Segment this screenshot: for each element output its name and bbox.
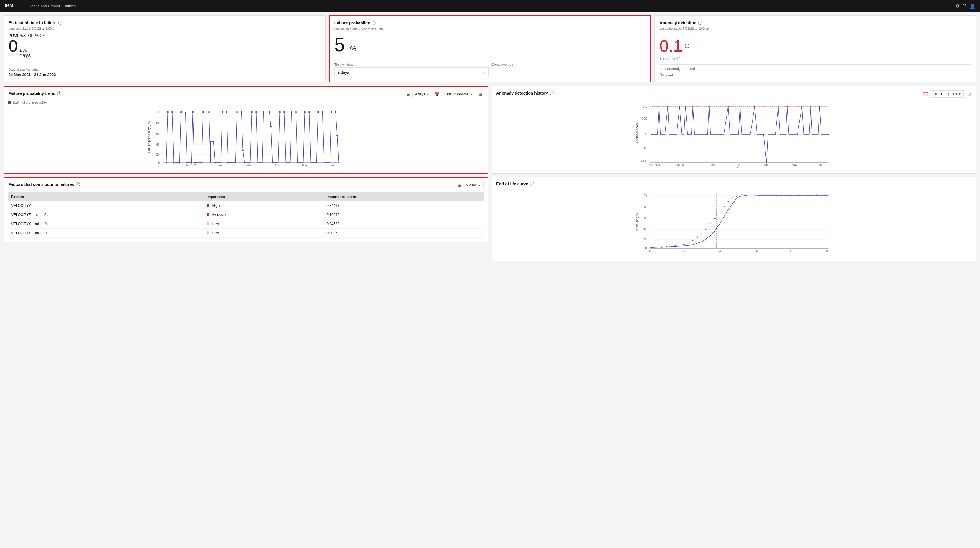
svg-point-39 [270,126,272,127]
svg-point-49 [335,111,336,113]
svg-point-17 [173,162,175,164]
svg-point-40 [279,111,280,113]
factors-table-row: VELOCITYY__min__9d Low 0.00272 [8,229,484,238]
factor-importance-cell: High [204,201,323,210]
ettf-dropdown[interactable]: PUMPS/STOPPED ▼ [8,33,321,38]
ettf-dropdown-chevron: ▼ [43,34,45,37]
svg-point-28 [214,162,216,164]
svg-text:0.1: 0.1 [643,105,647,108]
svg-text:0: 0 [645,246,647,250]
svg-text:Jun: Jun [329,164,334,167]
svg-point-125 [710,224,711,225]
svg-point-87 [760,134,761,135]
svg-text:0: 0 [644,133,646,136]
factor-importance-cell: Moderate [204,210,323,219]
fpt-expand-icon[interactable]: ⊞ [477,91,484,97]
fpt-info-icon[interactable]: i [57,91,61,95]
adh-expand-icon[interactable]: ⊞ [966,91,972,97]
ad-no-data: No data [659,72,972,76]
eol-info-icon[interactable]: i [530,182,534,186]
fpt-header: Failure probability trend i ⊞ 9 days ▼ 📅… [8,91,484,98]
svg-text:Jun: Jun [819,163,823,167]
ettf-info-icon[interactable]: i [58,21,62,25]
ettf-title: Estimated time to failure i [8,20,321,25]
svg-point-43 [295,111,297,113]
adh-date-chevron: ▼ [958,92,961,96]
svg-point-33 [241,111,242,113]
svg-text:40: 40 [719,249,723,253]
settings-icon[interactable]: ⚙ [956,3,960,9]
fp-dropdown-chevron: ▼ [482,71,485,74]
svg-point-131 [737,195,738,197]
svg-point-30 [226,111,228,113]
user-icon[interactable]: 👤 [969,3,975,9]
svg-point-74 [692,106,694,107]
ad-big-value: 0.1 [659,36,682,56]
factor-name-cell: VELOCITYY__min__9d [8,229,204,238]
fp-time-window-dropdown[interactable]: 9 days ▼ [334,67,488,77]
factors-card: Factors that contribute to failures i ⊞ … [3,177,488,243]
fpt-days-dropdown[interactable]: 9 days ▼ [412,91,432,98]
factors-filter-icon[interactable]: ⊞ [458,183,461,188]
svg-point-50 [336,135,338,137]
svg-text:20: 20 [156,153,160,156]
svg-point-88 [828,134,829,135]
calendar-icon[interactable]: 📅 [434,92,439,97]
adh-calendar-icon[interactable]: 📅 [923,92,928,96]
adh-info-icon[interactable]: i [550,91,554,95]
svg-point-128 [723,206,725,207]
importance-dot [207,204,210,207]
filter-icon[interactable]: ⊞ [406,92,410,97]
factor-name-cell: VELOCITYX__min__9d [8,219,204,229]
svg-text:60: 60 [755,249,758,253]
bottom-row: Failure probability trend i ⊞ 9 days ▼ 📅… [3,86,977,261]
svg-text:0: 0 [158,161,160,164]
svg-text:40: 40 [644,227,647,231]
svg-point-84 [819,106,820,107]
svg-point-130 [732,198,733,199]
adh-y-axis-title: Anomaly score [635,122,639,144]
help-icon[interactable]: ? [963,3,966,8]
ad-info-icon[interactable]: i [698,21,702,25]
factors-info-icon[interactable]: i [76,183,80,186]
fp-info-icon[interactable]: i [372,21,376,25]
fpt-svg: Failure probability (%) 100 80 60 40 20 … [8,106,484,168]
svg-point-132 [741,195,742,196]
adh-card: Anomaly detection history i 📅 Last 12 mo… [492,86,977,173]
adh-controls: 📅 Last 12 months ▼ ⊞ [923,91,972,97]
svg-text:100: 100 [823,249,828,253]
svg-text:Dec 2021: Dec 2021 [648,163,660,167]
svg-point-31 [228,162,229,164]
eol-svg: End of life (%) 100 80 60 40 20 0 [496,191,972,256]
fpt-date-dropdown[interactable]: Last 12 months ▼ [442,91,475,98]
adh-header: Anomaly detection history i 📅 Last 12 mo… [496,91,972,97]
svg-point-122 [697,237,698,238]
ad-warning-icon[interactable]: ! [685,44,689,48]
fpt-days-chevron: ▼ [426,93,429,96]
factors-col-importance: Importance [204,192,323,201]
svg-point-27 [210,141,211,142]
factor-name-cell: VELOCITYY [8,201,204,210]
factors-days-dropdown[interactable]: 9 days ▼ [464,182,484,189]
svg-text:100: 100 [156,111,161,114]
fpt-legend: daily_failure_probability... [8,101,484,104]
eol-header: End of life curve i [496,181,972,188]
eol-chart-area: End of life (%) 100 80 60 40 20 0 [496,191,972,257]
svg-point-34 [242,150,244,151]
svg-point-29 [221,111,223,113]
svg-text:May: May [302,164,308,167]
svg-point-24 [201,162,202,164]
svg-text:80: 80 [644,205,647,209]
ad-card: Anomaly detection i Last calculated: 5/1… [654,15,977,83]
svg-point-83 [810,106,811,107]
svg-text:May: May [792,163,797,167]
ettf-divider [8,64,321,64]
svg-text:Jan 2022: Jan 2022 [185,164,198,167]
svg-point-121 [692,240,694,241]
svg-point-26 [208,111,210,113]
main-content: Estimated time to failure i Last calcula… [0,12,980,265]
fp-group-avg-label: Group average [492,63,646,66]
importance-dot [207,222,210,225]
adh-date-dropdown[interactable]: Last 12 months ▼ [930,91,964,97]
svg-text:Feb: Feb [710,163,715,167]
